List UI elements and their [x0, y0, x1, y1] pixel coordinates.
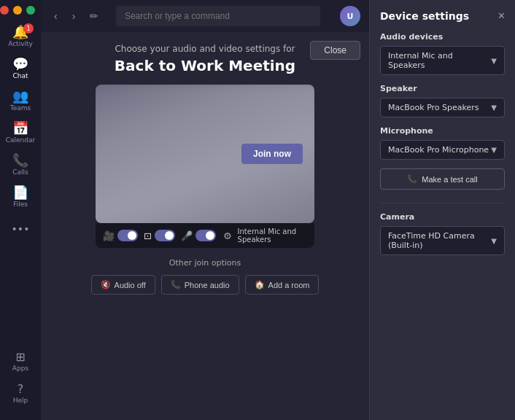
meeting-subtitle: Choose your audio and video settings for — [115, 44, 295, 54]
sidebar-item-chat[interactable]: 💬 Chat — [6, 54, 35, 83]
microphone-value: MacBook Pro Microphone — [388, 145, 489, 155]
add-room-label: Add a room — [268, 281, 310, 289]
camera-icon: 🎥 — [103, 230, 115, 241]
speaker-value: MacBook Pro Speakers — [388, 103, 479, 112]
camera-dropdown[interactable]: FaceTime HD Camera (Built-in) ▼ — [380, 226, 505, 255]
video-preview-container: Join now 🎥 ⊡ 🎤 — [96, 85, 314, 248]
microphone-label: Microphone — [380, 126, 505, 136]
microphone-dropdown[interactable]: MacBook Pro Microphone ▼ — [380, 140, 505, 160]
sidebar-bottom: ⊞ Apps ? Help — [6, 347, 35, 414]
panel-divider — [380, 203, 505, 203]
camera-toggle-knob — [128, 231, 136, 240]
sidebar-item-help[interactable]: ? Help — [6, 379, 35, 408]
files-label: Files — [13, 201, 28, 208]
audio-devices-dropdown[interactable]: Internal Mic and Speakers ▼ — [380, 46, 505, 75]
add-room-icon: 🏠 — [255, 280, 265, 289]
blur-toggle-knob — [165, 231, 174, 240]
microphone-arrow: ▼ — [491, 146, 497, 154]
activity-label: Activity — [8, 40, 33, 47]
meeting-area: Close Choose your audio and video settin… — [41, 32, 369, 420]
panel-header: Device settings × — [380, 10, 505, 22]
add-room-button[interactable]: 🏠 Add a room — [245, 275, 320, 295]
mic-toggle[interactable] — [195, 230, 216, 241]
sidebar-item-teams[interactable]: 👥 Teams — [6, 86, 35, 115]
traffic-lights — [0, 6, 35, 15]
controls-bar: 🎥 ⊡ 🎤 ⚙ Inte — [96, 223, 314, 248]
minimize-traffic-light[interactable] — [13, 6, 22, 15]
apps-icon: ⊞ — [15, 351, 25, 363]
calls-label: Calls — [12, 168, 28, 176]
meeting-title: Back to Work Meeting — [115, 57, 295, 74]
speaker-arrow: ▼ — [491, 104, 497, 112]
files-icon: 📄 — [12, 186, 28, 199]
chat-icon: 💬 — [12, 58, 28, 71]
blur-control: ⊡ — [144, 230, 175, 241]
sidebar-item-more[interactable]: ••• — [6, 214, 35, 244]
panel-title: Device settings — [380, 10, 469, 22]
help-label: Help — [13, 397, 28, 404]
forward-button[interactable]: › — [68, 7, 80, 25]
sidebar-item-calendar[interactable]: 📅 Calendar — [6, 118, 35, 147]
device-settings-panel: Device settings × Audio devices Internal… — [369, 0, 515, 420]
sidebar: 1 🔔 Activity 💬 Chat 👥 Teams 📅 Calendar 📞… — [0, 0, 41, 420]
teams-label: Teams — [10, 104, 31, 112]
maximize-traffic-light[interactable] — [26, 6, 35, 15]
test-call-label: Make a test call — [422, 175, 477, 184]
sidebar-item-files[interactable]: 📄 Files — [6, 182, 35, 211]
main-content: ‹ › ✏ U Close Choose your audio and vide… — [41, 0, 369, 420]
close-button[interactable]: Close — [310, 41, 360, 60]
back-button[interactable]: ‹ — [50, 7, 62, 25]
camera-toggle[interactable] — [117, 230, 138, 241]
blur-icon: ⊡ — [144, 230, 152, 241]
search-input[interactable] — [116, 6, 320, 26]
close-traffic-light[interactable] — [0, 6, 9, 15]
blur-toggle[interactable] — [155, 230, 175, 241]
camera-arrow: ▼ — [491, 237, 497, 245]
audio-device-label: Internal Mic and Speakers — [238, 228, 307, 244]
titlebar: ‹ › ✏ U — [41, 0, 369, 32]
mic-icon: 🎤 — [181, 230, 193, 241]
avatar: U — [340, 6, 360, 26]
audio-devices-arrow: ▼ — [491, 57, 497, 65]
compose-button[interactable]: ✏ — [85, 7, 103, 25]
sidebar-item-activity[interactable]: 1 🔔 Activity — [6, 22, 35, 51]
phone-audio-button[interactable]: 📞 Phone audio — [161, 275, 239, 295]
chat-label: Chat — [12, 72, 28, 79]
sidebar-item-calls[interactable]: 📞 Calls — [6, 150, 35, 179]
audio-devices-label: Audio devices — [380, 32, 505, 42]
settings-icon[interactable]: ⚙ — [223, 230, 232, 241]
phone-audio-icon: 📞 — [171, 280, 181, 289]
join-now-button[interactable]: Join now — [241, 144, 303, 164]
calls-icon: 📞 — [12, 154, 28, 167]
activity-badge: 1 — [23, 23, 34, 34]
speaker-label: Speaker — [380, 84, 505, 93]
mic-toggle-knob — [206, 231, 214, 240]
calendar-label: Calendar — [6, 136, 35, 144]
camera-value: FaceTime HD Camera (Built-in) — [388, 231, 491, 250]
mic-control: 🎤 — [181, 230, 216, 241]
test-call-button[interactable]: 📞 Make a test call — [380, 168, 505, 190]
audio-off-icon: 🔇 — [101, 280, 111, 289]
help-icon: ? — [18, 384, 24, 395]
audio-devices-value: Internal Mic and Speakers — [388, 51, 491, 70]
audio-off-button[interactable]: 🔇 Audio off — [91, 275, 155, 295]
video-preview: Join now — [96, 85, 314, 223]
other-options-title: Other join options — [88, 258, 322, 268]
phone-audio-label: Phone audio — [185, 281, 230, 289]
test-call-icon: 📞 — [407, 174, 417, 184]
audio-off-label: Audio off — [115, 281, 146, 289]
panel-close-button[interactable]: × — [498, 10, 505, 22]
calendar-icon: 📅 — [12, 122, 28, 135]
apps-label: Apps — [12, 365, 28, 372]
join-options-row: 🔇 Audio off 📞 Phone audio 🏠 Add a room — [88, 275, 322, 295]
camera-section-label: Camera — [380, 212, 505, 222]
teams-icon: 👥 — [12, 90, 28, 103]
camera-control: 🎥 — [103, 230, 138, 241]
sidebar-item-apps[interactable]: ⊞ Apps — [6, 347, 35, 376]
speaker-dropdown[interactable]: MacBook Pro Speakers ▼ — [380, 98, 505, 117]
more-icon: ••• — [12, 224, 30, 234]
other-join-options: Other join options 🔇 Audio off 📞 Phone a… — [88, 258, 322, 295]
